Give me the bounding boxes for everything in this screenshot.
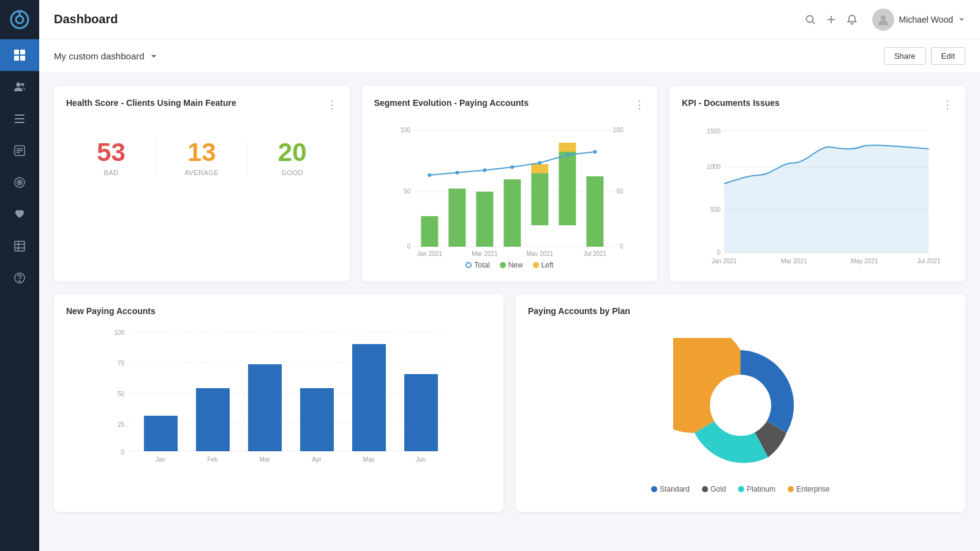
svg-point-52 bbox=[538, 161, 541, 165]
kpi-chart: 1500 1000 500 0 bbox=[682, 121, 953, 268]
svg-text:0: 0 bbox=[619, 243, 623, 250]
paying-by-plan-title: Paying Accounts by Plan bbox=[528, 306, 630, 316]
dashboard-name: My custom dashboard bbox=[54, 51, 145, 61]
chevron-down-icon bbox=[958, 16, 965, 23]
svg-text:75: 75 bbox=[118, 360, 125, 367]
svg-text:50: 50 bbox=[404, 188, 411, 195]
paying-by-plan-card: Paying Accounts by Plan bbox=[516, 294, 965, 512]
sidebar-item-lists[interactable] bbox=[0, 103, 39, 135]
svg-rect-10 bbox=[15, 118, 24, 119]
svg-text:0: 0 bbox=[121, 449, 124, 455]
legend-enterprise-label: Enterprise bbox=[796, 485, 830, 493]
svg-point-8 bbox=[21, 83, 24, 86]
svg-point-48 bbox=[428, 173, 431, 177]
svg-rect-46 bbox=[559, 143, 576, 152]
legend-total: Total bbox=[466, 261, 489, 269]
svg-text:Mar: Mar bbox=[259, 456, 270, 463]
new-paying-title: New Paying Accounts bbox=[66, 306, 156, 316]
dashboard-content: Health Score - Clients Using Main Featur… bbox=[39, 73, 980, 551]
sidebar-item-reports[interactable] bbox=[0, 135, 39, 167]
main-content: Dashboard bbox=[39, 0, 980, 551]
search-icon[interactable] bbox=[805, 14, 816, 25]
average-label: AVERAGE bbox=[163, 169, 241, 176]
svg-point-93 bbox=[710, 375, 771, 436]
segment-card-header: Segment Evolution - Paying Accounts ⋮ bbox=[374, 98, 646, 111]
svg-rect-82 bbox=[196, 388, 230, 451]
good-label: GOOD bbox=[254, 169, 331, 176]
segment-chart: 100 50 0 100 50 0 bbox=[374, 121, 646, 269]
dashboard-selector[interactable]: My custom dashboard bbox=[54, 51, 158, 61]
svg-point-29 bbox=[881, 15, 886, 20]
segment-menu[interactable]: ⋮ bbox=[634, 98, 645, 111]
health-score-card-header: Health Score - Clients Using Main Featur… bbox=[66, 98, 337, 111]
kpi-title: KPI - Documents Issues bbox=[682, 98, 780, 108]
svg-text:50: 50 bbox=[118, 391, 125, 397]
segment-evolution-card: Segment Evolution - Paying Accounts ⋮ 10… bbox=[362, 86, 658, 282]
legend-left: Left bbox=[533, 261, 554, 269]
svg-text:0: 0 bbox=[717, 249, 721, 256]
health-score-title: Health Score - Clients Using Main Featur… bbox=[66, 98, 236, 108]
svg-point-50 bbox=[483, 168, 486, 172]
svg-line-26 bbox=[812, 21, 815, 24]
svg-rect-6 bbox=[20, 56, 25, 61]
notifications-icon[interactable] bbox=[846, 14, 858, 25]
svg-text:25: 25 bbox=[118, 421, 125, 428]
new-paying-chart: 100 75 50 25 0 bbox=[66, 326, 491, 467]
svg-text:Jul 2021: Jul 2021 bbox=[583, 250, 606, 256]
dashboard-actions: Share Edit bbox=[884, 47, 965, 65]
sidebar-item-help[interactable] bbox=[0, 262, 39, 294]
sidebar-item-targets[interactable] bbox=[0, 167, 39, 198]
edit-button[interactable]: Edit bbox=[931, 47, 965, 65]
svg-rect-84 bbox=[300, 388, 334, 451]
svg-rect-41 bbox=[476, 192, 493, 247]
svg-text:May 2021: May 2021 bbox=[526, 250, 553, 256]
sidebar-item-users[interactable] bbox=[0, 71, 39, 103]
svg-point-1 bbox=[16, 16, 23, 23]
share-button[interactable]: Share bbox=[884, 47, 926, 65]
health-score-card: Health Score - Clients Using Main Featur… bbox=[54, 86, 350, 282]
sub-header: My custom dashboard Share Edit bbox=[39, 39, 980, 73]
kpi-menu[interactable]: ⋮ bbox=[942, 98, 953, 111]
svg-text:Mar 2021: Mar 2021 bbox=[782, 258, 808, 264]
legend-enterprise: Enterprise bbox=[788, 485, 830, 493]
svg-point-7 bbox=[17, 83, 21, 87]
bottom-cards-row: New Paying Accounts 100 75 50 25 0 bbox=[54, 294, 965, 512]
svg-rect-9 bbox=[15, 114, 24, 116]
svg-text:Jul 2021: Jul 2021 bbox=[918, 258, 941, 264]
app-logo[interactable] bbox=[0, 0, 39, 39]
svg-text:100: 100 bbox=[400, 127, 410, 133]
user-name: Michael Wood bbox=[899, 15, 953, 24]
svg-text:50: 50 bbox=[616, 188, 624, 195]
svg-rect-86 bbox=[404, 374, 438, 451]
svg-rect-11 bbox=[15, 122, 24, 123]
add-icon[interactable] bbox=[826, 14, 837, 25]
health-score-menu[interactable]: ⋮ bbox=[326, 98, 337, 111]
svg-text:Feb: Feb bbox=[207, 456, 218, 463]
top-cards-row: Health Score - Clients Using Main Featur… bbox=[54, 86, 965, 282]
legend-new-label: New bbox=[508, 261, 523, 269]
segment-title: Segment Evolution - Paying Accounts bbox=[374, 98, 529, 108]
svg-rect-40 bbox=[448, 189, 466, 247]
svg-point-53 bbox=[565, 153, 569, 157]
svg-text:Apr: Apr bbox=[312, 456, 322, 463]
user-menu[interactable]: Michael Wood bbox=[872, 9, 965, 31]
svg-text:May 2021: May 2021 bbox=[851, 258, 878, 264]
svg-text:May: May bbox=[363, 456, 375, 463]
svg-point-49 bbox=[455, 171, 459, 174]
good-value: 20 bbox=[254, 140, 331, 165]
svg-text:Jan 2021: Jan 2021 bbox=[712, 258, 737, 264]
svg-rect-19 bbox=[15, 241, 24, 251]
segment-legend: Total New Left bbox=[374, 261, 646, 269]
average-value: 13 bbox=[163, 140, 241, 165]
sidebar-item-table[interactable] bbox=[0, 230, 39, 262]
sidebar-item-health[interactable] bbox=[0, 198, 39, 230]
svg-text:500: 500 bbox=[710, 206, 721, 213]
sidebar-item-dashboard[interactable] bbox=[0, 39, 39, 71]
legend-standard-label: Standard bbox=[660, 485, 690, 493]
header: Dashboard bbox=[39, 0, 980, 39]
donut-legend: Standard Gold Platinum Enterprise bbox=[651, 485, 829, 493]
kpi-card: KPI - Documents Issues ⋮ 1500 1000 500 0 bbox=[669, 86, 965, 282]
donut-chart-container: Standard Gold Platinum Enterprise bbox=[528, 326, 953, 500]
svg-rect-42 bbox=[503, 179, 521, 247]
svg-point-24 bbox=[19, 280, 20, 282]
